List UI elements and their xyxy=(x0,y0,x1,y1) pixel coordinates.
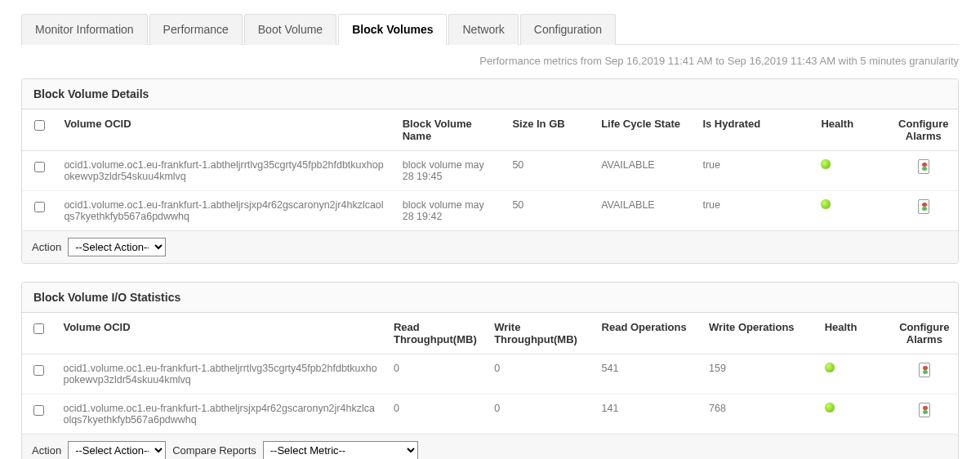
cell-ocid: ocid1.volume.oc1.eu-frankfurt-1.abtheljr… xyxy=(56,191,394,231)
col-header-health: Health xyxy=(813,109,889,151)
col-header-read-throughput: Read Throughput(MB) xyxy=(385,313,486,354)
action-select[interactable]: --Select Action-- xyxy=(68,238,166,256)
row-checkbox[interactable] xyxy=(33,365,44,376)
col-header-ocid: Volume OCID xyxy=(55,313,385,354)
action-label: Action xyxy=(32,241,61,253)
cell-ocid: ocid1.volume.oc1.eu-frankfurt-1.abtheljr… xyxy=(55,394,385,434)
col-header-hydrated: Is Hydrated xyxy=(694,109,813,151)
tab-monitor-information[interactable]: Monitor Information xyxy=(21,14,148,45)
cell-state: AVAILABLE xyxy=(593,191,694,231)
table-row: ocid1.volume.oc1.eu-frankfurt-1.abtheljr… xyxy=(22,394,958,434)
table-row: ocid1.volume.oc1.eu-frankfurt-1.abtheljr… xyxy=(22,151,958,191)
cell-write-throughput: 0 xyxy=(486,394,593,434)
col-header-state: Life Cycle State xyxy=(593,109,694,151)
tab-block-volumes[interactable]: Block Volumes xyxy=(338,14,447,45)
cell-read-operations: 141 xyxy=(594,394,701,434)
cell-ocid: ocid1.volume.oc1.eu-frankfurt-1.abtheljr… xyxy=(55,354,385,394)
panel-footer: Action --Select Action-- xyxy=(22,230,958,263)
cell-write-operations: 159 xyxy=(701,354,817,394)
health-status-icon xyxy=(821,199,831,209)
panel-title: Block Volume I/O Statistics xyxy=(22,283,958,313)
col-header-name: Block Volume Name xyxy=(394,109,505,151)
tab-performance[interactable]: Performance xyxy=(149,14,243,45)
row-checkbox[interactable] xyxy=(33,405,44,416)
tab-boot-volume[interactable]: Boot Volume xyxy=(244,14,336,45)
health-status-icon xyxy=(825,363,835,372)
panel-block-volume-details: Block Volume Details Volume OCID Block V… xyxy=(21,78,959,264)
col-header-size: Size In GB xyxy=(504,109,593,151)
select-all-checkbox[interactable] xyxy=(34,120,45,131)
cell-name: block volume may 28 19:45 xyxy=(394,151,505,191)
col-header-alarms: Configure Alarms xyxy=(891,313,958,354)
tab-network[interactable]: Network xyxy=(448,14,518,45)
table-row: ocid1.volume.oc1.eu-frankfurt-1.abtheljr… xyxy=(22,354,958,394)
configure-alarms-icon[interactable] xyxy=(918,199,929,214)
cell-ocid: ocid1.volume.oc1.eu-frankfurt-1.abtheljr… xyxy=(56,151,394,191)
metrics-time-range: Performance metrics from Sep 16,2019 11:… xyxy=(21,55,959,67)
cell-write-throughput: 0 xyxy=(486,354,593,394)
action-select[interactable]: --Select Action-- xyxy=(68,441,166,459)
health-status-icon xyxy=(825,403,835,412)
cell-read-throughput: 0 xyxy=(385,394,486,434)
tab-configuration[interactable]: Configuration xyxy=(520,14,616,45)
cell-state: AVAILABLE xyxy=(593,151,694,191)
cell-hydrated: true xyxy=(694,151,813,191)
row-checkbox[interactable] xyxy=(34,162,45,172)
io-table: Volume OCID Read Throughput(MB) Write Th… xyxy=(22,313,958,434)
panel-footer: Action --Select Action-- Compare Reports… xyxy=(22,434,958,459)
action-label: Action xyxy=(32,444,61,457)
health-status-icon xyxy=(821,159,831,169)
configure-alarms-icon[interactable] xyxy=(919,363,930,377)
col-header-ocid: Volume OCID xyxy=(56,109,394,151)
select-all-checkbox[interactable] xyxy=(33,323,44,334)
row-checkbox[interactable] xyxy=(34,202,45,212)
col-header-write-operations: Write Operations xyxy=(701,313,817,354)
col-header-alarms: Configure Alarms xyxy=(889,109,958,151)
details-table: Volume OCID Block Volume Name Size In GB… xyxy=(22,109,958,230)
panel-block-volume-io: Block Volume I/O Statistics Volume OCID … xyxy=(21,282,959,459)
cell-hydrated: true xyxy=(694,191,813,231)
col-header-health: Health xyxy=(817,313,891,354)
col-header-write-throughput: Write Throughput(MB) xyxy=(486,313,593,354)
configure-alarms-icon[interactable] xyxy=(918,159,929,174)
cell-size: 50 xyxy=(504,151,593,191)
cell-name: block volume may 28 19:42 xyxy=(394,191,505,231)
cell-read-throughput: 0 xyxy=(385,354,486,394)
compare-reports-label: Compare Reports xyxy=(172,444,256,457)
cell-write-operations: 768 xyxy=(701,394,817,434)
table-row: ocid1.volume.oc1.eu-frankfurt-1.abtheljr… xyxy=(22,191,958,231)
cell-read-operations: 541 xyxy=(594,354,701,394)
panel-title: Block Volume Details xyxy=(22,79,958,109)
configure-alarms-icon[interactable] xyxy=(919,403,930,417)
cell-size: 50 xyxy=(504,191,593,231)
compare-reports-select[interactable]: --Select Metric-- xyxy=(263,441,418,459)
tab-bar: Monitor Information Performance Boot Vol… xyxy=(21,13,959,45)
col-header-read-operations: Read Operations xyxy=(594,313,701,354)
